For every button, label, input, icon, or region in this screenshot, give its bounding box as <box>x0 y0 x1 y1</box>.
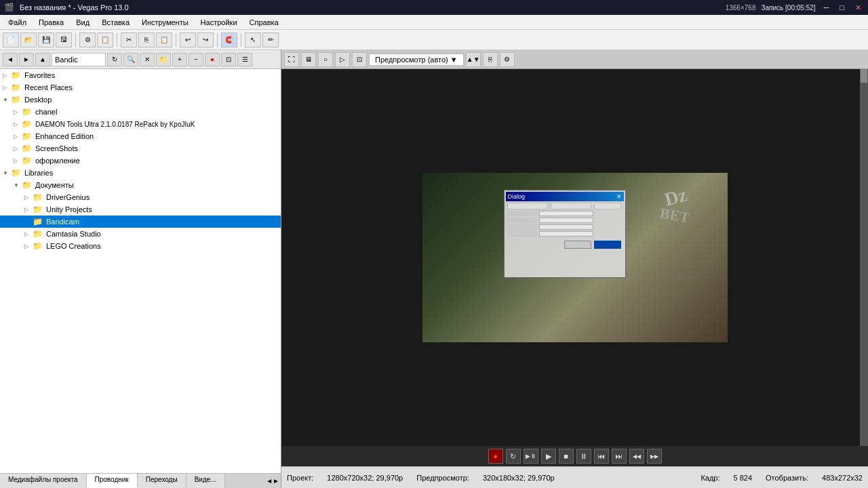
tree-recent[interactable]: ▷ 📁 Recent Places <box>0 81 281 94</box>
left-panel: ◄ ► ▲ ↻ 🔍 ✕ 📁 + − ● ⊡ ☰ ▷ 📁 Favorites ▷ <box>0 50 281 488</box>
refresh-btn[interactable]: ↻ <box>107 53 122 66</box>
close-icon[interactable]: ✕ <box>852 3 864 12</box>
folder-unity-icon: 📁 <box>33 205 43 214</box>
minus-btn[interactable]: − <box>189 53 203 66</box>
project-label: Проект: <box>287 474 313 482</box>
play-pause-btn[interactable]: ▶⏸ <box>524 449 538 464</box>
arrow-screenshots: ▷ <box>14 146 22 152</box>
play-btn[interactable]: ▶ <box>541 449 556 464</box>
cancel-btn[interactable]: ✕ <box>140 53 155 66</box>
up-btn[interactable]: ▲ <box>35 53 50 66</box>
save-as-btn[interactable]: 🖫 <box>56 33 72 47</box>
folder-btn[interactable]: 📁 <box>156 53 171 66</box>
preview-settings-btn[interactable]: ⚙ <box>500 52 515 67</box>
chanel-label: chanel <box>35 108 57 116</box>
tree-daemon[interactable]: ▷ 📁 DAEMON Tools Ultra 2.1.0.0187 RePack… <box>0 118 281 130</box>
display-label: Отобразить: <box>766 474 808 482</box>
cursor-tool-btn[interactable]: ↖ <box>245 33 261 47</box>
tab-explorer[interactable]: Проводник <box>87 474 138 488</box>
menu-view[interactable]: Вид <box>71 17 95 28</box>
next-frame-btn[interactable]: ⏭ <box>612 449 627 464</box>
record-browser-btn[interactable]: ● <box>205 53 220 66</box>
folder-lego-icon: 📁 <box>33 241 43 251</box>
stop-btn[interactable]: ■ <box>559 449 574 464</box>
edit-tool-btn[interactable]: ✏ <box>262 33 279 47</box>
save-btn[interactable]: 💾 <box>38 33 54 47</box>
scrollbar-thumb[interactable] <box>861 69 867 83</box>
menu-file[interactable]: Файл <box>3 17 32 28</box>
tree-desktop[interactable]: ▼ 📁 Desktop <box>0 94 281 106</box>
libraries-label: Libraries <box>24 169 53 177</box>
properties-btn[interactable]: 📋 <box>97 33 113 47</box>
back-btn[interactable]: ◄ <box>3 53 18 66</box>
preview-extra2-btn[interactable]: ▲▼ <box>466 52 481 67</box>
preview-mode-arrow: ▼ <box>450 56 458 64</box>
browser-tabs: Медиафайлы проекта Проводник Переходы Ви… <box>0 473 281 488</box>
tree-oformlenie[interactable]: ▷ 📁 оформление <box>0 155 281 167</box>
frame-value: 5 824 <box>734 474 753 482</box>
copy-btn[interactable]: ⎘ <box>138 33 155 47</box>
menu-help[interactable]: Справка <box>244 17 284 28</box>
preview-mode-label[interactable]: Предпросмотр (авто) ▼ <box>369 54 464 66</box>
folder-oformlenie-icon: 📁 <box>22 156 33 165</box>
preview-play-btn[interactable]: ▷ <box>335 52 350 67</box>
tree-chanel[interactable]: ▷ 📁 chanel <box>0 106 281 118</box>
dialog-titlebar: Dialog ✕ <box>506 192 624 201</box>
tree-drivergenius[interactable]: ▷ 📁 DriverGenius <box>0 191 281 203</box>
desktop-label: Desktop <box>24 96 52 104</box>
new-file-btn[interactable]: 📄 <box>3 33 19 47</box>
search-btn[interactable]: 🔍 <box>123 53 138 66</box>
menu-insert[interactable]: Вставка <box>96 17 135 28</box>
tree-unity[interactable]: ▷ 📁 Unity Projects <box>0 203 281 216</box>
preview-scrollbar[interactable] <box>860 69 868 446</box>
display-value: 483x272x32 <box>822 474 863 482</box>
preview-copy-btn[interactable]: ⎘ <box>483 52 498 67</box>
tree-screenshots[interactable]: ▷ 📁 ScreenShots <box>0 142 281 155</box>
tree-lego[interactable]: ▷ 📁 LEGO Creations <box>0 240 281 252</box>
tab-media[interactable]: Медиафайлы проекта <box>0 474 87 488</box>
slow-reverse-btn[interactable]: ◀◀ <box>629 449 644 464</box>
menu-edit[interactable]: Правка <box>33 17 69 28</box>
prev-frame-btn[interactable]: ⏮ <box>594 449 609 464</box>
dialog-close-icon: ✕ <box>616 193 622 200</box>
tree-documents[interactable]: ▼ 📁 Документы <box>0 179 281 191</box>
tabs-expand-icon[interactable]: ◄► <box>266 477 279 485</box>
menu-tools[interactable]: Инструменты <box>136 17 194 28</box>
tree-bandicam[interactable]: 📁 Bandicam <box>0 216 281 228</box>
unity-label: Unity Projects <box>46 205 92 214</box>
pause-btn[interactable]: ⏸ <box>576 449 591 464</box>
preview-fullscreen-btn[interactable]: ⛶ <box>284 52 299 67</box>
minimize-icon[interactable]: ─ <box>821 3 832 12</box>
record-btn[interactable]: ● <box>488 449 503 464</box>
file-tree: ▷ 📁 Favorites ▷ 📁 Recent Places ▼ 📁 Desk… <box>0 69 281 473</box>
maximize-icon[interactable]: □ <box>837 3 847 12</box>
forward-btn[interactable]: ► <box>19 53 34 66</box>
preview-monitor-btn[interactable]: 🖥 <box>301 52 316 67</box>
snap-btn[interactable]: 🧲 <box>221 33 237 47</box>
tree-libraries[interactable]: ▼ 📁 Libraries <box>0 167 281 179</box>
preview-extra1-btn[interactable]: ⊡ <box>352 52 367 67</box>
tab-video[interactable]: Виде... <box>186 474 225 488</box>
tree-camtasia[interactable]: ▷ 📁 Camtasia Studio <box>0 228 281 240</box>
slow-forward-btn[interactable]: ▶▶ <box>647 449 662 464</box>
tree-enhanced[interactable]: ▷ 📁 Enhanced Edition <box>0 130 281 142</box>
title-text: Без названия * - Vegas Pro 13.0 <box>20 3 720 12</box>
redo-btn[interactable]: ↪ <box>197 33 214 47</box>
loop-btn[interactable]: ↻ <box>506 449 521 464</box>
paste-btn[interactable]: 📋 <box>156 33 172 47</box>
undo-btn[interactable]: ↩ <box>180 33 196 47</box>
tree-favorites[interactable]: ▷ 📁 Favorites <box>0 69 281 81</box>
open-btn[interactable]: 📂 <box>20 33 37 47</box>
cut-btn[interactable]: ✂ <box>121 33 137 47</box>
add-btn[interactable]: + <box>172 53 187 66</box>
render-btn[interactable]: ⚙ <box>79 33 96 47</box>
path-input[interactable] <box>52 53 106 66</box>
folder-recent-icon: 📁 <box>11 83 22 92</box>
arrow-unity: ▷ <box>24 207 33 213</box>
tab-transitions[interactable]: Переходы <box>138 474 186 488</box>
recent-label: Recent Places <box>24 83 73 92</box>
zoom-fit-btn[interactable]: ⊡ <box>221 53 236 66</box>
preview-circle-btn[interactable]: ○ <box>318 52 333 67</box>
menu-browser-btn[interactable]: ☰ <box>237 53 252 66</box>
menu-settings[interactable]: Настройки <box>195 17 243 28</box>
